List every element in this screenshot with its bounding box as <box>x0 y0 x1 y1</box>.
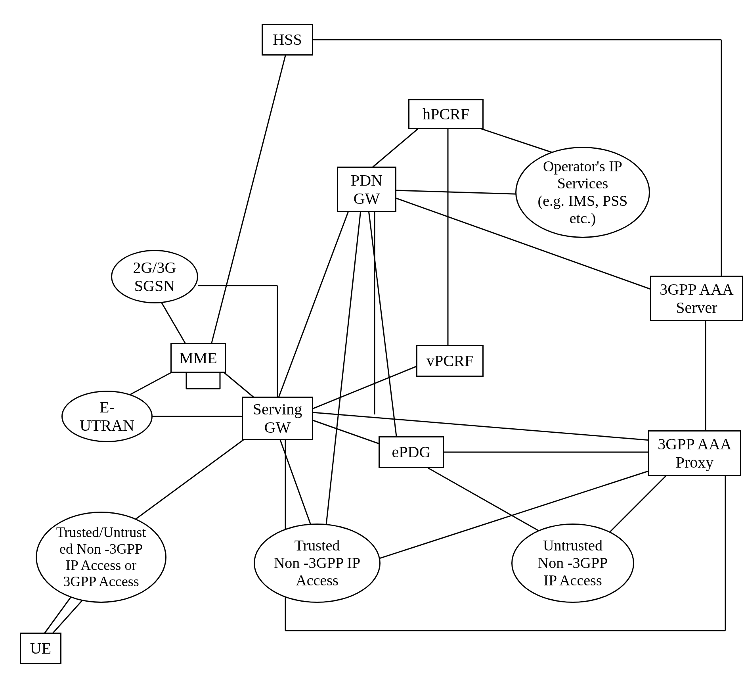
label-epdg: ePDG <box>392 443 431 461</box>
diagram-canvas: HSS hPCRF Operator's IP Services (e.g. I… <box>0 0 744 700</box>
label-trusted-non3gpp-access: Trusted Non -3GPP IP Access <box>274 537 360 589</box>
node-trusted-untrusted-access: Trusted/Untrust ed Non -3GPP IP Access o… <box>36 512 166 603</box>
svg-line-13 <box>159 297 186 345</box>
svg-line-12 <box>313 365 420 408</box>
label-serving-gw: Serving GW <box>253 400 302 437</box>
label-vpcrf: vPCRF <box>427 352 473 370</box>
label-operator-ip-services: Operator's IP Services (e.g. IMS, PSS et… <box>538 158 628 227</box>
svg-line-6 <box>396 190 527 194</box>
svg-line-2 <box>210 56 285 349</box>
svg-line-3 <box>369 127 420 171</box>
node-hss: HSS <box>262 24 313 56</box>
label-untrusted-non3gpp-access: Untrusted Non -3GPP IP Access <box>538 537 608 589</box>
node-vpcrf: vPCRF <box>416 345 484 377</box>
node-ue: UE <box>20 633 61 664</box>
label-trusted-untrusted-access: Trusted/Untrust ed Non -3GPP IP Access o… <box>56 524 146 590</box>
node-serving-gw: Serving GW <box>242 397 313 440</box>
node-hpcrf: hPCRF <box>408 99 484 129</box>
label-2g3g-sgsn: 2G/3G SGSN <box>133 259 176 295</box>
node-3gpp-aaa-server: 3GPP AAA Server <box>650 276 743 321</box>
label-3gpp-aaa-server: 3GPP AAA Server <box>660 280 733 317</box>
node-untrusted-non3gpp-access: Untrusted Non -3GPP IP Access <box>511 524 634 603</box>
node-2g3g-sgsn: 2G/3G SGSN <box>111 250 198 303</box>
svg-line-9 <box>369 210 396 436</box>
node-operator-ip-services: Operator's IP Services (e.g. IMS, PSS et… <box>515 147 650 238</box>
label-ue: UE <box>30 639 51 658</box>
label-hpcrf: hPCRF <box>423 105 469 123</box>
label-hss: HSS <box>273 31 302 49</box>
svg-line-24 <box>119 432 254 531</box>
node-3gpp-aaa-proxy: 3GPP AAA Proxy <box>648 430 741 476</box>
svg-line-25 <box>277 432 313 531</box>
node-e-utran: E- UTRAN <box>61 391 153 442</box>
svg-line-22 <box>313 412 650 440</box>
label-e-utran: E- UTRAN <box>80 398 134 435</box>
node-trusted-non3gpp-access: Trusted Non -3GPP IP Access <box>254 524 381 603</box>
node-pdn-gw: PDN GW <box>337 167 396 212</box>
svg-line-30 <box>428 468 547 535</box>
svg-line-16 <box>222 371 258 401</box>
svg-line-8 <box>277 210 349 401</box>
node-mme: MME <box>170 343 226 373</box>
label-pdn-gw: PDN GW <box>351 171 383 208</box>
label-3gpp-aaa-proxy: 3GPP AAA Proxy <box>658 435 731 472</box>
node-epdg: ePDG <box>379 436 444 468</box>
svg-line-23 <box>313 420 381 444</box>
label-mme: MME <box>179 349 217 367</box>
svg-line-32 <box>606 468 674 535</box>
